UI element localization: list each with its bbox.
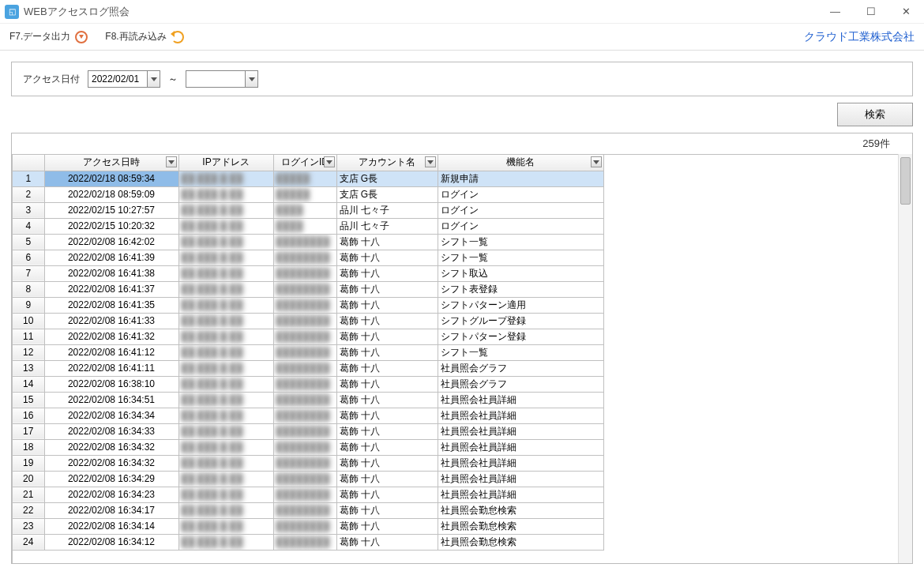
cell-function: 社員照会社員詳細 bbox=[438, 487, 603, 502]
header-account[interactable]: アカウント名 bbox=[336, 155, 438, 171]
cell-account: 支店 G長 bbox=[336, 186, 438, 202]
cell-rownum: 23 bbox=[13, 518, 44, 534]
filter-bar: アクセス日付 ～ bbox=[11, 62, 913, 96]
cell-login: █████ bbox=[273, 171, 336, 186]
cell-account: 葛飾 十八 bbox=[336, 408, 438, 423]
table-row[interactable]: 222022/02/08 16:34:17██.███.█.██████████… bbox=[13, 502, 603, 518]
to-date-dropdown[interactable] bbox=[245, 71, 257, 87]
reload-icon bbox=[171, 31, 184, 43]
header-ip-label: IPアドレス bbox=[202, 156, 249, 167]
table-row[interactable]: 202022/02/08 16:34:29██.███.█.██████████… bbox=[13, 471, 603, 487]
cell-function: 社員照会勤怠検索 bbox=[438, 518, 603, 534]
cell-account: 葛飾 十八 bbox=[336, 265, 438, 281]
table-row[interactable]: 142022/02/08 16:38:10██.███.█.██████████… bbox=[13, 376, 603, 392]
cell-login: ████████ bbox=[273, 313, 336, 329]
cell-function: 新規申請 bbox=[438, 171, 603, 186]
titlebar: ◱ WEBアクセスログ照会 ― ☐ ✕ bbox=[0, 0, 924, 24]
minimize-button[interactable]: ― bbox=[817, 0, 853, 24]
table-row[interactable]: 172022/02/08 16:34:33██.███.█.██████████… bbox=[13, 423, 603, 439]
search-button[interactable]: 検索 bbox=[837, 103, 913, 126]
table-row[interactable]: 62022/02/08 16:41:39██.███.█.██████████葛… bbox=[13, 250, 603, 265]
cell-login: █████ bbox=[273, 186, 336, 202]
cell-rownum: 5 bbox=[13, 234, 44, 250]
cell-login: ████████ bbox=[273, 376, 336, 392]
close-button[interactable]: ✕ bbox=[888, 0, 924, 24]
table-row[interactable]: 32022/02/15 10:27:57██.███.█.██████品川 七々… bbox=[13, 202, 603, 218]
table-row[interactable]: 42022/02/15 10:20:32██.███.█.██████品川 七々… bbox=[13, 218, 603, 234]
cell-datetime: 2022/02/08 16:41:33 bbox=[44, 313, 178, 329]
from-date-field[interactable] bbox=[88, 70, 160, 88]
table-row[interactable]: 212022/02/08 16:34:23██.███.█.██████████… bbox=[13, 487, 603, 502]
table-row[interactable]: 132022/02/08 16:41:11██.███.█.██████████… bbox=[13, 360, 603, 376]
cell-ip: ██.███.█.██ bbox=[178, 408, 273, 423]
export-button[interactable]: F7.データ出力 bbox=[9, 30, 88, 43]
header-function-label: 機能名 bbox=[506, 156, 535, 167]
cell-rownum: 8 bbox=[13, 281, 44, 297]
cell-ip: ██.███.█.██ bbox=[178, 234, 273, 250]
table-row[interactable]: 82022/02/08 16:41:37██.███.█.██████████葛… bbox=[13, 281, 603, 297]
grid-panel: 259件 アクセス日時 IPアドレス bbox=[11, 133, 913, 564]
table-row[interactable]: 102022/02/08 16:41:33██.███.█.██████████… bbox=[13, 313, 603, 329]
filter-icon[interactable] bbox=[425, 156, 436, 167]
cell-datetime: 2022/02/08 16:34:14 bbox=[44, 518, 178, 534]
export-label: F7.データ出力 bbox=[9, 30, 70, 43]
cell-ip: ██.███.█.██ bbox=[178, 376, 273, 392]
table-row[interactable]: 52022/02/08 16:42:02██.███.█.██████████葛… bbox=[13, 234, 603, 250]
cell-datetime: 2022/02/08 16:34:51 bbox=[44, 392, 178, 408]
cell-login: ████████ bbox=[273, 534, 336, 550]
table-row[interactable]: 112022/02/08 16:41:32██.███.█.██████████… bbox=[13, 329, 603, 344]
vertical-scrollbar[interactable] bbox=[898, 154, 912, 563]
table-row[interactable]: 162022/02/08 16:34:34██.███.█.██████████… bbox=[13, 408, 603, 423]
header-login-label: ログインID bbox=[281, 156, 329, 167]
table-row[interactable]: 72022/02/08 16:41:38██.███.█.██████████葛… bbox=[13, 265, 603, 281]
cell-ip: ██.███.█.██ bbox=[178, 471, 273, 487]
date-range-tilde: ～ bbox=[168, 73, 178, 86]
maximize-button[interactable]: ☐ bbox=[853, 0, 888, 24]
cell-datetime: 2022/02/18 08:59:34 bbox=[44, 171, 178, 186]
app-icon: ◱ bbox=[5, 5, 19, 19]
cell-rownum: 20 bbox=[13, 471, 44, 487]
cell-datetime: 2022/02/08 16:34:33 bbox=[44, 423, 178, 439]
table-row[interactable]: 12022/02/18 08:59:34██.███.█.███████支店 G… bbox=[13, 171, 603, 186]
cell-function: シフト一覧 bbox=[438, 344, 603, 360]
cell-ip: ██.███.█.██ bbox=[178, 313, 273, 329]
cell-datetime: 2022/02/08 16:41:39 bbox=[44, 250, 178, 265]
scrollbar-thumb[interactable] bbox=[900, 157, 911, 205]
to-date-field[interactable] bbox=[186, 70, 258, 88]
filter-icon[interactable] bbox=[591, 156, 602, 167]
from-date-input[interactable] bbox=[88, 71, 147, 87]
table-row[interactable]: 192022/02/08 16:34:32██.███.█.██████████… bbox=[13, 455, 603, 471]
cell-login: ████████ bbox=[273, 344, 336, 360]
header-function[interactable]: 機能名 bbox=[438, 155, 603, 171]
from-date-dropdown[interactable] bbox=[147, 71, 160, 87]
cell-datetime: 2022/02/08 16:34:29 bbox=[44, 471, 178, 487]
cell-account: 葛飾 十八 bbox=[336, 376, 438, 392]
cell-ip: ██.███.█.██ bbox=[178, 218, 273, 234]
table-row[interactable]: 182022/02/08 16:34:32██.███.█.██████████… bbox=[13, 439, 603, 455]
header-datetime[interactable]: アクセス日時 bbox=[44, 155, 178, 171]
cell-ip: ██.███.█.██ bbox=[178, 344, 273, 360]
to-date-input[interactable] bbox=[186, 71, 245, 87]
table-row[interactable]: 22022/02/18 08:59:09██.███.█.███████支店 G… bbox=[13, 186, 603, 202]
cell-datetime: 2022/02/08 16:34:32 bbox=[44, 455, 178, 471]
table-row[interactable]: 122022/02/08 16:41:12██.███.█.██████████… bbox=[13, 344, 603, 360]
filter-icon[interactable] bbox=[166, 156, 177, 167]
cell-account: 葛飾 十八 bbox=[336, 344, 438, 360]
table-row[interactable]: 152022/02/08 16:34:51██.███.█.██████████… bbox=[13, 392, 603, 408]
cell-account: 葛飾 十八 bbox=[336, 297, 438, 313]
header-login[interactable]: ログインID bbox=[273, 155, 336, 171]
header-ip[interactable]: IPアドレス bbox=[178, 155, 273, 171]
table-row[interactable]: 242022/02/08 16:34:12██.███.█.██████████… bbox=[13, 534, 603, 550]
cell-datetime: 2022/02/08 16:41:12 bbox=[44, 344, 178, 360]
cell-datetime: 2022/02/18 08:59:09 bbox=[44, 186, 178, 202]
table-row[interactable]: 232022/02/08 16:34:14██.███.█.██████████… bbox=[13, 518, 603, 534]
filter-icon[interactable] bbox=[324, 156, 335, 167]
reload-button[interactable]: F8.再読み込み bbox=[105, 30, 183, 43]
chevron-down-icon bbox=[427, 160, 434, 164]
header-rownum[interactable] bbox=[13, 155, 44, 171]
cell-datetime: 2022/02/08 16:34:23 bbox=[44, 487, 178, 502]
cell-ip: ██.███.█.██ bbox=[178, 281, 273, 297]
table-row[interactable]: 92022/02/08 16:41:35██.███.█.██████████葛… bbox=[13, 297, 603, 313]
reload-label: F8.再読み込み bbox=[105, 30, 166, 43]
grid[interactable]: アクセス日時 IPアドレス ログインID アカウント名 bbox=[12, 154, 898, 563]
